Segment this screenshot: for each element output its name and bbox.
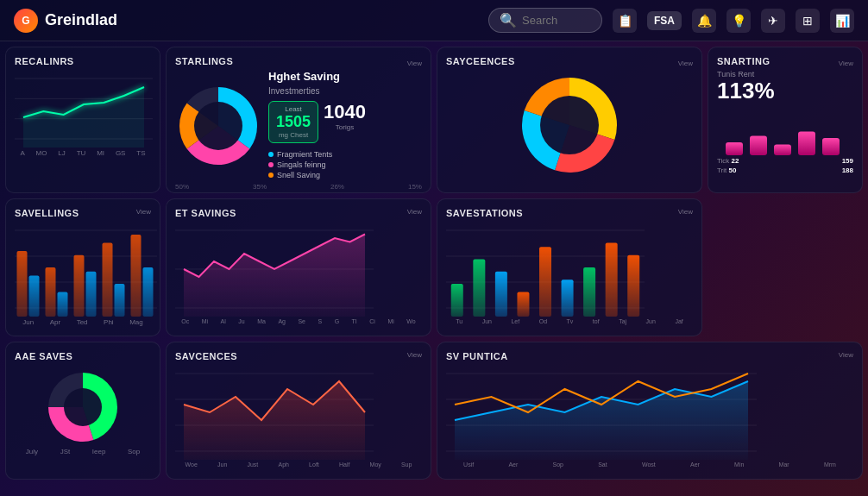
info-sub: Investmerties [268,86,422,96]
notification-icon[interactable]: 🔔 [692,9,716,33]
grid-icon[interactable]: ⊞ [796,9,820,33]
sayceences-donut [518,73,621,177]
chart-icon[interactable]: 📊 [830,9,854,33]
box-sub: mg Chest [276,131,311,139]
savestations-x-labels: TuJunLefOdTvtofTajJunJaf [446,318,693,324]
starlings-content: Hghet Saving Investmerties Least 1505 mg… [175,70,422,181]
savcences-title: SAVCENCES [175,351,237,361]
savestations-title: SAVESTATIONS [446,208,523,218]
svpuntica-view[interactable]: View [839,351,853,365]
savellings-x-labels: JunAprTedPhiMag [15,318,151,326]
search-box[interactable]: 🔍 [488,8,602,33]
box-label: Least [276,105,311,113]
sayceences-title: SAYCEENCES [446,56,515,66]
box-value2: 1040 [324,101,366,123]
savestations-view[interactable]: View [678,208,693,222]
snarting-view[interactable]: View [839,60,853,67]
starlings-info: Hghet Saving Investmerties Least 1505 mg… [268,70,422,181]
legend-item-3: Snell Saving [268,171,422,179]
savellings-view[interactable]: View [136,208,151,222]
svpuntica-title: SV PUNTICA [446,351,508,361]
card-sv-puntica: SV PUNTICA View UsifAerSopSatWostAerMinM… [437,342,863,480]
info-title: Hghet Saving [268,70,422,83]
header-right: 🔍 📋 FSA 🔔 💡 ✈ ⊞ 📊 [488,8,854,33]
legend-dot-1 [268,152,274,157]
savellings-chart [15,222,157,317]
card-savellings: SAVELLINGS View JunAprTedPhiMag [5,198,160,336]
snarting-chart [717,104,855,155]
main-grid: RECALINRS A MO LJ TU MI GS TS STARLINGS … [0,41,868,496]
box-value: 1505 [276,113,311,131]
card-aae-saves: AAE SAVES JulyJStIeepSop [5,342,160,480]
card-snarting: SNARTING View Tunis Rent 113% Tick 22 15… [708,47,863,193]
snarting-title: SNARTING [717,56,770,66]
aae-donut [44,368,122,446]
card-savcences: SAVCENCES View WoeJunJustAphLoftHalfMoyS… [166,342,431,480]
recalinrs-title: RECALINRS [15,56,151,66]
starlings-title: STARLINGS [175,56,233,66]
snarting-percent: 113% [717,78,853,104]
recalinrs-x-labels: A MO LJ TU MI GS TS [15,149,151,157]
savcences-view[interactable]: View [407,351,422,365]
etsavings-title: ET SAVINGS [175,208,236,218]
logo-icon: G [14,9,38,33]
header-left: G Greindlad [14,9,117,33]
legend-item-1: Fragmient Tents [268,150,422,159]
etsavings-x-labels: OcMiAlJuMaAgSeSGTICiMiWo [175,318,422,324]
card-sayceences: SAYCEENCES View [437,47,702,193]
starlings-donut-canvas [175,83,261,169]
fsa-badge[interactable]: FSA [647,11,682,30]
card-recalinrs: RECALINRS A MO LJ TU MI GS TS [5,47,160,193]
legend-dot-3 [268,173,274,178]
savestations-chart [446,222,645,317]
search-icon: 🔍 [500,12,517,28]
recalinrs-chart [15,70,153,148]
savcences-chart [175,365,374,460]
aae-x-labels: JulyJStIeepSop [15,448,151,455]
etsavings-chart [175,222,374,317]
starlings-donut [175,83,261,169]
savcences-x-labels: WoeJunJustAphLoftHalfMoySup [175,461,422,468]
sayceences-view[interactable]: View [678,60,693,67]
card-etsavings: ET SAVINGS View OcMiAlJuMaAgSeSGTICiMiWo [166,198,431,336]
logo-text: Greindlad [45,11,117,29]
etsavings-view[interactable]: View [407,208,422,222]
search-input[interactable] [522,14,591,27]
legend-dot-2 [268,162,274,167]
aae-title: AAE SAVES [15,351,151,361]
svpuntica-chart [446,365,757,460]
svpuntica-x-labels: UsifAerSopSatWostAerMinMarMrm [446,461,853,468]
card-savestations: SAVESTATIONS View TuJunLefOdTvtofTajJunJ… [437,198,702,336]
bulb-icon[interactable]: 💡 [726,9,751,33]
legend-item-2: Singals feinng [268,160,422,169]
info-box-1: Least 1505 mg Chest [268,101,318,143]
box-value2-label: Torigs [324,123,366,131]
starlings-legend: Fragmient Tents Singals feinng Snell Sav… [268,150,422,179]
savellings-title: SAVELLINGS [15,208,79,218]
header: G Greindlad 🔍 📋 FSA 🔔 💡 ✈ ⊞ 📊 [0,0,868,41]
info-box-2: 1040 Torigs [324,101,366,143]
clipboard-icon[interactable]: 📋 [613,9,637,33]
card-starlings: STARLINGS View Hghet Saving Investmertie… [166,47,431,193]
plane-icon[interactable]: ✈ [761,9,785,33]
starlings-view[interactable]: View [407,60,422,67]
